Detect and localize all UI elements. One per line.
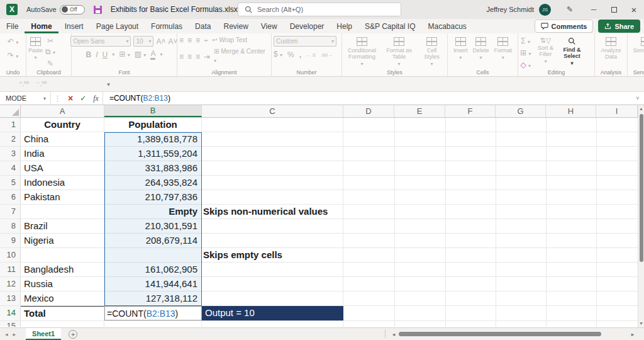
cell-A9[interactable]: Nigeria [21,234,104,247]
document-title[interactable]: Exhibits for Basic Excel Formulas.xlsx ▾ [111,5,243,14]
customize-qat-icon[interactable]: ▾ [107,81,110,88]
cell-B2[interactable]: 1,389,618,778 [104,132,202,146]
undo-icon[interactable]: ↶ ▾ [8,37,18,47]
cell-C7[interactable]: Skips non-numerical values [202,205,343,218]
row-header-15[interactable]: 15 [0,321,21,327]
cell-A4[interactable]: USA [21,161,104,175]
tab-review[interactable]: Review [217,19,254,33]
tab-help[interactable]: Help [330,19,358,33]
row-header-5[interactable]: 5 [0,176,21,190]
cell-B1[interactable]: Population [104,118,202,132]
row-header-7[interactable]: 7 [0,205,21,218]
cell-B10[interactable] [104,248,202,262]
formula-input[interactable]: =COUNT(B2:B13) [103,92,631,105]
grow-font-icon[interactable]: A˄ [156,37,165,46]
excel-logo-icon[interactable]: X [6,4,18,15]
cell-A10[interactable] [21,248,104,262]
column-header-F[interactable]: F [445,105,496,117]
column-header-G[interactable]: G [496,105,546,117]
align-bottom-icon[interactable]: ≡ [196,36,200,45]
cell-C15[interactable] [202,321,343,327]
minimize-button[interactable]: ─ [584,0,604,19]
align-left-icon[interactable]: ≡ [179,52,184,61]
cell-B3[interactable]: 1,311,559,204 [104,147,202,161]
font-size-select[interactable]: 10▾ [133,36,153,47]
decrease-decimal-icon[interactable]: .00→ [321,52,333,58]
row-header-13[interactable]: 13 [0,292,21,305]
sort-filter-button[interactable]: ⇅▽ Sort & Filter ▾ [534,36,557,65]
italic-icon[interactable]: I [96,50,97,59]
row-header-9[interactable]: 9 [0,234,21,247]
column-header-E[interactable]: E [394,105,445,117]
tab-page-layout[interactable]: Page Layout [90,19,145,33]
restore-button[interactable] [604,0,624,19]
row-header-1[interactable]: 1 [0,118,21,132]
accounting-format-icon[interactable]: $ ▾ [274,50,282,60]
shrink-font-icon[interactable]: A˅ [169,37,178,46]
cell-A11[interactable]: Bangladesh [21,263,104,276]
row-header-14[interactable]: 14 [0,306,21,320]
user-name[interactable]: Jeffrey Schmidt [486,6,534,13]
cell-B6[interactable]: 210,797,836 [104,190,202,204]
cell-A6[interactable]: Pakistan [21,190,104,204]
row-header-10[interactable]: 10 [0,248,21,262]
row-header-2[interactable]: 2 [0,132,21,146]
fill-icon[interactable]: ⊞ ▾ [520,48,531,59]
name-box[interactable]: MODE [0,92,39,105]
tab-file[interactable]: File [0,19,25,33]
horizontal-scroll-thumb[interactable] [399,332,601,336]
tab-view[interactable]: View [255,19,284,33]
tab-formulas[interactable]: Formulas [145,19,189,33]
tab-developer[interactable]: Developer [284,19,331,33]
decrease-decimal-qat-icon[interactable]: ⁻.⁰⁰ [36,81,47,88]
cell-C8[interactable] [202,219,343,233]
cell-C10[interactable]: Skips empty cells [202,248,343,262]
orientation-icon[interactable]: ⌁ [204,36,208,45]
column-header-A[interactable]: A [21,105,104,117]
autosum-icon[interactable]: Σ ▾ [521,37,530,47]
cell-C13[interactable] [202,292,343,305]
conditional-formatting-button[interactable]: Conditional Formatting ▾ [345,36,380,67]
autosave-switch[interactable]: Off [60,5,85,14]
cell-B11[interactable]: 161,062,905 [104,263,202,276]
underline-icon[interactable]: U [103,50,108,59]
cell-A7[interactable] [21,205,104,218]
close-button[interactable]: × [624,0,644,19]
find-select-button[interactable]: Find & Select ▾ [560,36,584,67]
expand-formula-bar-icon[interactable]: ˅ [631,95,644,101]
merge-center-button[interactable]: ⊞ Merge & Center ▾ [214,47,269,65]
insert-function-icon[interactable]: fx [89,94,103,103]
cell-C9[interactable] [202,234,343,247]
font-color-icon[interactable]: A [150,49,155,60]
bold-icon[interactable]: B [86,50,92,59]
cell-A12[interactable]: Russia [21,277,104,291]
cell-C5[interactable] [202,176,343,190]
insert-cells-button[interactable]: Insert ▾ [453,36,468,61]
analyze-data-button[interactable]: Analyze Data [597,36,625,60]
column-header-H[interactable]: H [546,105,596,117]
borders-icon[interactable]: ⊞ ▾ [119,50,130,60]
add-sheet-icon[interactable]: + [69,330,77,339]
align-top-icon[interactable]: ≡ [179,36,184,45]
scroll-left-icon[interactable]: ◂ [390,331,397,337]
sheet-tab-sheet1[interactable]: Sheet1 [26,328,61,340]
tab-sp-capital-iq[interactable]: S&P Capital IQ [358,19,421,33]
avatar[interactable]: JS [539,4,551,16]
format-as-table-button[interactable]: Format as Table ▾ [384,36,415,67]
align-center-icon[interactable]: ≡ [187,52,192,61]
align-middle-icon[interactable]: ≡ [187,36,192,45]
sheet-nav-left-icon[interactable]: ◂ [5,331,8,337]
sensitivity-button[interactable]: Sensitivity ▾ [630,36,644,61]
cell-A1[interactable]: Country [21,118,104,132]
format-cells-button[interactable]: Format ▾ [494,36,513,61]
percent-style-icon[interactable]: % [287,50,294,59]
enter-icon[interactable]: ✓ [77,94,89,103]
cell-A8[interactable]: Brazil [21,219,104,233]
cell-B8[interactable]: 210,301,591 [104,219,202,233]
column-header-B[interactable]: B [104,105,202,117]
comma-style-icon[interactable]: , [299,50,301,59]
tab-data[interactable]: Data [189,19,217,33]
sheet-nav-right-icon[interactable]: ▸ [13,331,16,337]
search-input[interactable]: Search (Alt+Q) [238,3,401,16]
cell-B13[interactable]: 127,318,112 [104,292,202,305]
